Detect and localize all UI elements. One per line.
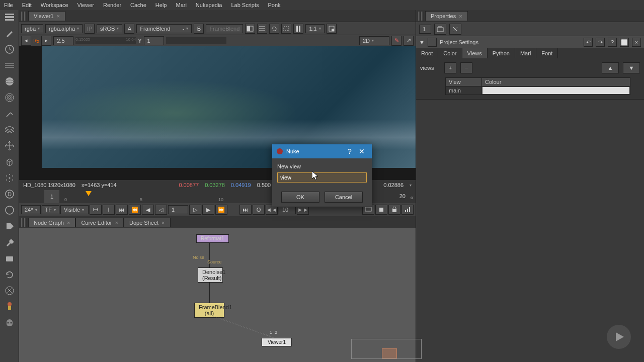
tab-dope-sheet[interactable]: Dope Sheet× [124, 218, 171, 227]
input-b-label[interactable]: B [194, 24, 204, 34]
prev-frame-button[interactable]: ◂ [21, 36, 31, 46]
menu-workspace[interactable]: Workspace [39, 1, 70, 9]
menu-render[interactable]: Render [101, 1, 123, 9]
node-backdrop[interactable] [351, 339, 422, 359]
properties-tab[interactable]: Properties × [425, 11, 468, 21]
ip-button[interactable]: IP [85, 24, 95, 34]
fps-select[interactable]: 24*▾ [21, 205, 41, 214]
list-icon[interactable] [257, 24, 267, 34]
layer-select[interactable]: rgba.alpha▾ [45, 24, 83, 33]
clear-all-icon[interactable] [434, 24, 446, 35]
colour-column-header[interactable]: Colour [482, 78, 630, 86]
menu-help[interactable]: Help [153, 1, 169, 9]
play-forward-button[interactable]: ▷ [189, 205, 201, 215]
tool-icon-stack[interactable] [5, 125, 15, 135]
float-icon[interactable]: ⬜ [620, 38, 629, 47]
menu-ponk[interactable]: Ponk [266, 1, 282, 9]
zoom-select[interactable]: 1:1▾ [305, 24, 324, 33]
move-down-button[interactable]: ▼ [623, 62, 640, 73]
menu-mari[interactable]: Mari [174, 1, 188, 9]
tab-python[interactable]: Python [488, 48, 515, 58]
tool-icon-particles[interactable] [5, 173, 15, 183]
tab-color[interactable]: Color [438, 48, 462, 58]
step-forward-button[interactable]: ▶ [202, 205, 214, 215]
grip-icon[interactable] [418, 12, 423, 21]
lock-panel-icon[interactable] [449, 24, 461, 35]
in-button[interactable]: I [103, 205, 115, 215]
view-name-input[interactable] [277, 172, 367, 183]
next-key-button[interactable]: ⏩ [215, 205, 227, 215]
grip-icon[interactable] [21, 218, 26, 227]
close-icon[interactable]: × [57, 13, 60, 19]
proxy-icon[interactable] [327, 24, 337, 34]
tool-icon-d[interactable]: D [5, 189, 15, 199]
project-settings-header[interactable]: ▼ Project Settings ↶ ↷ ? ⬜ × [416, 36, 644, 48]
play-overlay-icon[interactable] [607, 325, 631, 349]
table-row[interactable]: main [445, 86, 630, 95]
close-icon[interactable]: × [115, 220, 118, 226]
edit-icon[interactable]: ✎ [391, 36, 401, 46]
node-reformat[interactable]: Reformat1 [196, 234, 229, 243]
tool-icon-skull[interactable] [5, 318, 15, 328]
tab-mari[interactable]: Mari [515, 48, 536, 58]
tool-icon-circle[interactable] [5, 205, 15, 215]
menu-viewer[interactable]: Viewer [75, 1, 96, 9]
current-frame-input[interactable]: 1 [168, 205, 188, 214]
roi-icon[interactable] [281, 24, 291, 34]
tab-node-graph[interactable]: Node Graph× [28, 218, 75, 227]
tool-icon-clock[interactable] [5, 44, 15, 54]
dialog-help-button[interactable]: ? [344, 147, 356, 155]
input-a-label[interactable]: A [124, 24, 134, 34]
playhead-icon[interactable] [86, 191, 92, 196]
menu-file[interactable]: File [2, 1, 15, 9]
view-colour-cell[interactable] [482, 87, 629, 94]
gain-slider[interactable]: 0.15625 10 64 [75, 37, 136, 44]
grip-icon[interactable] [21, 12, 26, 21]
prop-count-input[interactable]: 1 [419, 25, 431, 34]
node-color-icon[interactable] [428, 38, 437, 47]
dropdown-icon[interactable]: ▾ [410, 183, 412, 188]
help-icon[interactable]: ? [608, 38, 617, 47]
last-frame-button[interactable]: ⏭ [239, 205, 252, 215]
tool-icon-pen[interactable] [5, 28, 15, 38]
channel-select[interactable]: rgba▾ [21, 24, 43, 33]
tab-curve-editor[interactable]: Curve Editor× [75, 218, 124, 227]
refresh-icon[interactable] [269, 24, 279, 34]
play-back-button[interactable]: ◁ [155, 205, 167, 215]
record-icon[interactable] [375, 205, 387, 215]
tool-icon-cube[interactable] [5, 157, 15, 167]
pause-icon[interactable] [293, 24, 303, 34]
menu-edit[interactable]: Edit [20, 1, 34, 9]
tool-icon-move[interactable] [5, 141, 15, 151]
menu-nukepedia[interactable]: Nukepedia [194, 1, 224, 9]
scale-input[interactable]: 2.5 [53, 36, 73, 45]
tool-icon-sphere[interactable] [5, 76, 15, 86]
step-back-button[interactable]: ◀ [142, 205, 154, 215]
gamma-slider[interactable] [166, 37, 226, 44]
ok-button[interactable]: OK [281, 192, 319, 203]
redo-icon[interactable]: ↷ [596, 38, 605, 47]
dialog-title-bar[interactable]: Nuke ? ✕ [272, 144, 372, 158]
move-up-button[interactable]: ▲ [602, 62, 619, 73]
visible-select[interactable]: Visible▾ [60, 205, 89, 214]
dialog-close-button[interactable]: ✕ [356, 147, 368, 155]
mode-select[interactable]: 2D▾ [359, 36, 389, 45]
add-view-button[interactable]: + [444, 62, 456, 73]
first-frame-button[interactable]: ⏮ [116, 205, 128, 215]
tab-root[interactable]: Root [416, 48, 438, 58]
expand-icon[interactable]: ↗ [404, 36, 414, 46]
menu-lab-scripts[interactable]: Lab Scripts [229, 1, 261, 9]
tab-font[interactable]: Font [536, 48, 558, 58]
tab-views[interactable]: Views [462, 48, 488, 58]
menu-cache[interactable]: Cache [128, 1, 148, 9]
y-input[interactable]: 1 [144, 36, 164, 45]
tool-icon-wrench[interactable] [5, 237, 15, 247]
timeline-menu-icon[interactable]: « [410, 194, 414, 201]
tool-icon-refresh[interactable] [5, 269, 15, 280]
remove-view-button[interactable]: − [460, 62, 472, 73]
tool-icon-x[interactable] [5, 286, 15, 296]
out-button[interactable]: O [253, 205, 265, 215]
view-name-cell[interactable]: main [446, 86, 482, 95]
close-icon[interactable]: × [459, 13, 462, 19]
input-b-select[interactable]: FrameBlend [206, 24, 243, 33]
